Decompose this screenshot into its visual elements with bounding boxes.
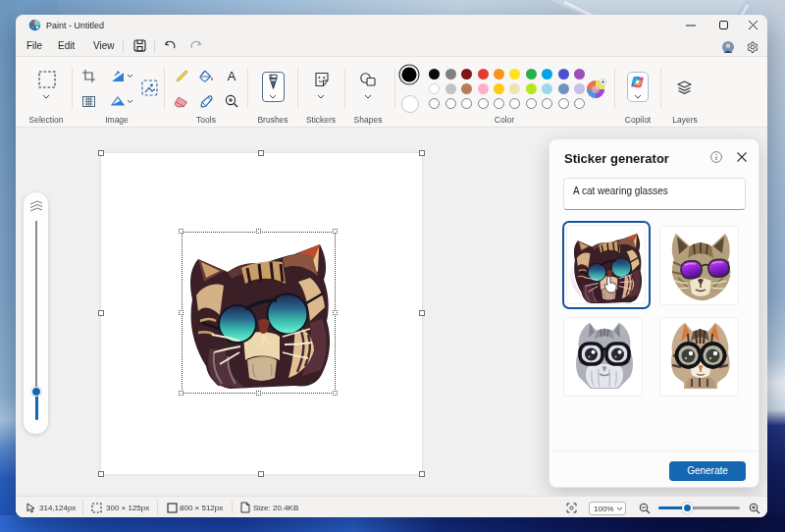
svg-text:A: A xyxy=(228,70,236,82)
